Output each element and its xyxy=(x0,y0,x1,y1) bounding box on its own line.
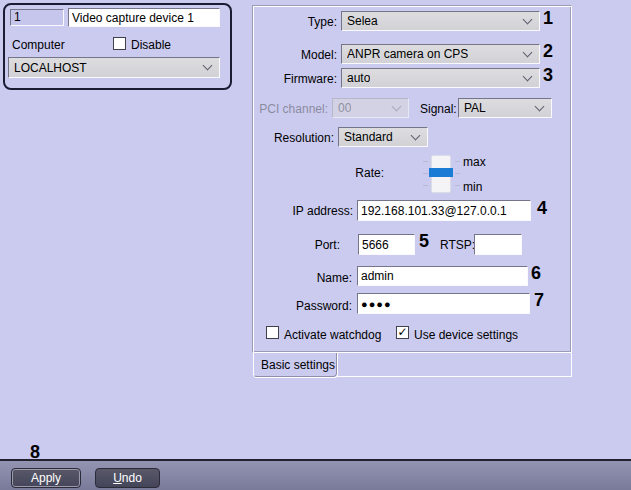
computer-select-value: LOCALHOST xyxy=(14,61,87,75)
panel-edge-line xyxy=(571,353,572,377)
rate-max-label: max xyxy=(463,155,486,169)
slider-tick xyxy=(455,161,460,162)
chevron-down-icon xyxy=(392,101,402,111)
tab-basic-settings[interactable]: Basic settings xyxy=(253,353,337,377)
video-capture-device-settings: 1 Computer Disable LOCALHOST Basic setti… xyxy=(0,0,631,490)
ip-address-label: IP address: xyxy=(258,204,353,218)
slider-tick xyxy=(423,185,428,186)
rate-label: Rate: xyxy=(300,166,384,180)
pci-channel-select: 00 xyxy=(332,98,409,118)
annotation-6: 6 xyxy=(531,264,541,283)
disable-checkbox[interactable] xyxy=(113,37,126,50)
chevron-down-icon xyxy=(411,130,421,140)
undo-button[interactable]: Undo xyxy=(95,468,160,488)
tabstrip-bottom-line xyxy=(337,376,572,377)
firmware-label: Firmware: xyxy=(258,72,337,86)
annotation-2: 2 xyxy=(543,42,553,61)
name-input[interactable] xyxy=(357,266,528,286)
annotation-5: 5 xyxy=(419,232,429,251)
firmware-select[interactable]: auto xyxy=(341,68,540,88)
pci-channel-label: PCI channel: xyxy=(258,102,328,116)
resolution-label: Resolution: xyxy=(258,131,334,145)
chevron-down-icon xyxy=(523,14,533,24)
activate-watchdog-checkbox[interactable] xyxy=(266,326,279,339)
chevron-down-icon xyxy=(523,71,533,81)
model-select-value: ANPR camera on CPS xyxy=(347,47,468,61)
rate-slider-handle[interactable] xyxy=(429,168,453,177)
signal-label: Signal: xyxy=(420,102,457,116)
computer-select[interactable]: LOCALHOST xyxy=(8,57,220,78)
undo-accelerator: U xyxy=(113,471,122,485)
signal-select-value: PAL xyxy=(464,101,486,115)
type-select[interactable]: Selea xyxy=(341,11,540,31)
device-name-input[interactable] xyxy=(68,8,220,27)
slider-tick xyxy=(455,173,460,174)
name-label: Name: xyxy=(258,271,352,285)
annotation-4: 4 xyxy=(537,199,547,218)
chevron-down-icon xyxy=(203,61,213,71)
checkmark-icon: ✓ xyxy=(397,325,407,339)
annotation-7: 7 xyxy=(534,291,544,310)
annotation-3: 3 xyxy=(543,66,553,85)
slider-tick xyxy=(455,185,460,186)
password-label: Password: xyxy=(258,299,352,313)
device-id-field[interactable]: 1 xyxy=(10,9,64,26)
resolution-select[interactable]: Standard xyxy=(338,127,428,147)
rtsp-input[interactable] xyxy=(474,234,522,255)
resolution-select-value: Standard xyxy=(344,130,393,144)
type-select-value: Selea xyxy=(347,14,378,28)
chevron-down-icon xyxy=(523,47,533,57)
activate-watchdog-label: Activate watchdog xyxy=(284,328,381,342)
firmware-select-value: auto xyxy=(347,71,370,85)
slider-tick xyxy=(423,161,428,162)
use-device-settings-checkbox[interactable]: ✓ xyxy=(396,326,409,339)
use-device-settings-label: Use device settings xyxy=(414,328,518,342)
chevron-down-icon xyxy=(535,101,545,111)
ip-address-input[interactable] xyxy=(357,200,531,221)
model-label: Model: xyxy=(258,48,337,62)
signal-select[interactable]: PAL xyxy=(458,98,552,118)
model-select[interactable]: ANPR camera on CPS xyxy=(341,44,540,64)
port-label: Port: xyxy=(258,238,340,252)
rate-min-label: min xyxy=(463,180,482,194)
annotation-1: 1 xyxy=(543,9,553,28)
disable-label: Disable xyxy=(131,38,171,52)
undo-label-rest: ndo xyxy=(122,471,142,485)
port-input[interactable] xyxy=(358,234,415,255)
apply-button[interactable]: Apply xyxy=(11,468,81,488)
computer-label: Computer xyxy=(12,38,65,52)
slider-tick xyxy=(423,173,428,174)
rtsp-label: RTSP: xyxy=(440,238,475,252)
password-input[interactable] xyxy=(357,293,530,314)
type-label: Type: xyxy=(258,15,337,29)
pci-channel-select-value: 00 xyxy=(338,101,351,115)
